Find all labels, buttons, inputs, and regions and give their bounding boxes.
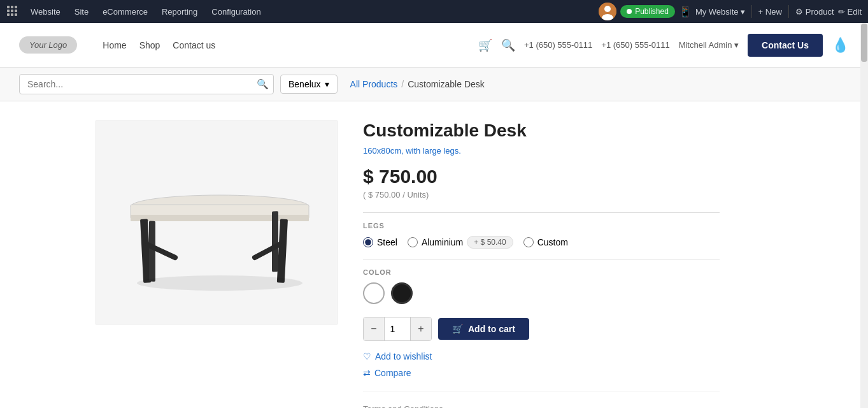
published-badge[interactable]: Published	[620, 5, 675, 18]
breadcrumb-separator: /	[401, 79, 404, 89]
svg-rect-3	[7, 10, 10, 12]
admin-nav-website[interactable]: Website	[25, 7, 66, 17]
logo[interactable]: Your Logo	[19, 36, 77, 54]
svg-rect-1	[11, 6, 13, 8]
compare-link[interactable]: ⇄ Compare	[363, 368, 720, 378]
svg-rect-4	[11, 10, 13, 12]
avatar	[599, 3, 616, 20]
svg-rect-2	[15, 6, 17, 8]
phone-number-text: +1 (650) 555-0111	[601, 40, 669, 50]
color-black[interactable]	[391, 282, 413, 304]
quantity-decrease[interactable]: −	[364, 317, 384, 340]
scrollbar-thumb[interactable]	[861, 24, 867, 62]
water-drop-icon: 💧	[832, 37, 849, 54]
terms-link[interactable]: Terms and Conditions	[363, 404, 443, 408]
mobile-icon: 📱	[679, 6, 692, 18]
product-details: Customizable Desk 160x80cm, with large l…	[363, 120, 720, 408]
color-option-section: COLOR	[363, 259, 720, 304]
product-image-section	[96, 120, 338, 408]
legs-option-custom[interactable]: Custom	[523, 237, 568, 247]
search-submit-button[interactable]: 🔍	[257, 78, 269, 90]
terms-text: Terms and Conditions 30-day money-back g…	[363, 402, 475, 408]
legs-aluminium-label: Aluminium	[422, 237, 463, 247]
color-options	[363, 282, 720, 304]
svg-rect-17	[277, 219, 288, 282]
legs-option-aluminium[interactable]: Aluminium + $ 50.40	[408, 236, 513, 249]
product-price: $ 750.00	[363, 166, 720, 187]
color-white[interactable]	[363, 282, 385, 304]
add-to-cart-button[interactable]: 🛒 Add to cart	[438, 318, 529, 340]
legs-radio-steel[interactable]	[363, 237, 373, 247]
quantity-input[interactable]	[384, 317, 411, 340]
legs-option-steel[interactable]: Steel	[363, 237, 397, 247]
product-subtitle: 160x80cm, with large legs.	[363, 146, 720, 156]
svg-rect-16	[149, 221, 155, 282]
cart-icon[interactable]: 🛒	[478, 38, 492, 52]
cart-row: − + 🛒 Add to cart	[363, 317, 720, 341]
site-nav-links: Home Shop Contact us	[103, 40, 215, 50]
search-bar-area: 🔍 Benelux ▾ All Products / Customizable …	[0, 68, 868, 101]
svg-point-10	[604, 6, 611, 12]
legs-radio-aluminium[interactable]	[408, 237, 418, 247]
edit-button[interactable]: ✏ Edit	[838, 7, 862, 17]
breadcrumb: All Products / Customizable Desk	[350, 79, 485, 89]
breadcrumb-current: Customizable Desk	[408, 79, 485, 89]
site-nav-right: 🛒 🔍 +1 (650) 555-0111 +1 (650) 555-0111 …	[478, 34, 849, 57]
region-dropdown[interactable]: Benelux ▾	[280, 75, 338, 94]
product-image	[121, 140, 312, 305]
logo-text: Your Logo	[29, 40, 67, 50]
grid-icon[interactable]	[6, 5, 18, 18]
nav-home[interactable]: Home	[103, 40, 126, 50]
wishlist-link[interactable]: ♡ Add to wishlist	[363, 351, 720, 361]
search-icon[interactable]: 🔍	[501, 38, 515, 52]
legs-option-section: LEGS Steel Aluminium + $ 50.40 Custom	[363, 212, 720, 249]
product-image-box	[96, 120, 338, 324]
svg-rect-5	[15, 10, 17, 12]
price-per-unit: ( $ 750.00 / Units)	[363, 190, 720, 200]
contact-us-button[interactable]: Contact Us	[748, 34, 823, 57]
legs-radio-group: Steel Aluminium + $ 50.40 Custom	[363, 236, 720, 249]
cart-icon-small: 🛒	[452, 324, 463, 334]
product-button[interactable]: ⚙ Product	[795, 7, 834, 17]
admin-nav-ecommerce[interactable]: eCommerce	[97, 7, 153, 17]
legs-radio-custom[interactable]	[523, 237, 534, 247]
heart-icon: ♡	[363, 351, 371, 361]
new-button[interactable]: + New	[758, 7, 782, 17]
svg-rect-7	[11, 13, 13, 16]
compare-icon: ⇄	[363, 368, 371, 378]
legs-steel-label: Steel	[377, 237, 397, 247]
svg-rect-6	[7, 13, 10, 16]
svg-rect-8	[15, 13, 17, 16]
phone-number: +1 (650) 555-0111	[524, 40, 592, 50]
svg-point-21	[137, 275, 302, 291]
legs-label: LEGS	[363, 222, 720, 229]
user-dropdown[interactable]: Mitchell Admin ▾	[679, 40, 739, 50]
admin-nav-site[interactable]: Site	[69, 7, 94, 17]
site-nav: Your Logo Home Shop Contact us 🛒 🔍 +1 (6…	[0, 23, 868, 68]
published-label: Published	[635, 7, 669, 16]
nav-contact[interactable]: Contact us	[173, 40, 215, 50]
product-title: Customizable Desk	[363, 120, 720, 141]
color-label: COLOR	[363, 268, 720, 276]
nav-shop[interactable]: Shop	[139, 40, 160, 50]
quantity-control: − +	[363, 317, 432, 341]
svg-rect-0	[7, 6, 10, 8]
admin-bar: Website Site eCommerce Reporting Configu…	[0, 0, 868, 23]
main-content: Customizable Desk 160x80cm, with large l…	[0, 101, 868, 408]
my-website-link[interactable]: My Website ▾	[695, 7, 745, 17]
admin-nav-reporting[interactable]: Reporting	[157, 7, 203, 17]
legs-custom-label: Custom	[537, 237, 568, 247]
search-input[interactable]	[19, 74, 274, 94]
search-wrap: 🔍	[19, 74, 274, 94]
admin-nav-configuration[interactable]: Configuration	[206, 7, 266, 17]
quantity-increase[interactable]: +	[411, 317, 431, 340]
breadcrumb-all-products[interactable]: All Products	[350, 79, 398, 89]
aluminium-price-badge: + $ 50.40	[467, 236, 513, 249]
scrollbar-track[interactable]	[860, 23, 868, 408]
terms-section: Terms and Conditions 30-day money-back g…	[363, 391, 720, 408]
svg-rect-18	[272, 211, 278, 272]
